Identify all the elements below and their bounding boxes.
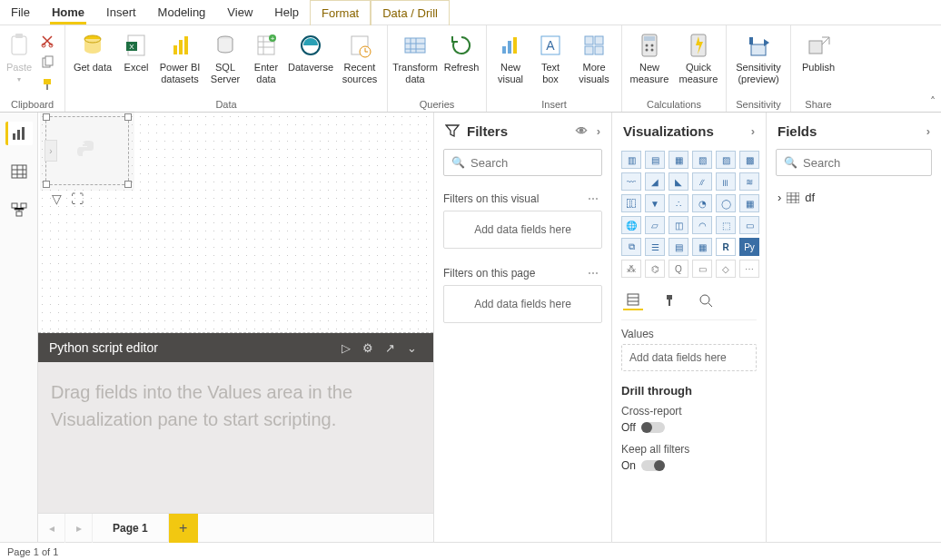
paste-button[interactable]: Paste ▾ [4, 27, 35, 88]
filters-search-input[interactable] [470, 156, 611, 170]
tab-file[interactable]: File [0, 0, 41, 25]
viz-filled-map[interactable]: ▱ [645, 216, 665, 234]
table-df[interactable]: › df [776, 187, 932, 208]
publish-button[interactable]: Publish [795, 27, 842, 77]
viz-arcgis[interactable]: ◇ [716, 260, 736, 278]
expand-handle[interactable]: › [45, 140, 57, 162]
viz-stacked-bar[interactable]: ▥ [621, 151, 641, 169]
tab-data-drill[interactable]: Data / Drill [371, 0, 450, 25]
tab-insert[interactable]: Insert [95, 0, 147, 25]
viz-clustered-col[interactable]: ▧ [692, 151, 712, 169]
keep-filters-toggle[interactable]: On [621, 459, 757, 472]
viz-ribbon[interactable]: ≋ [739, 172, 759, 191]
script-options-button[interactable]: ⚙ [357, 341, 379, 355]
tab-format[interactable]: Format [310, 0, 371, 25]
report-view-button[interactable] [5, 122, 33, 145]
model-view-button[interactable] [5, 198, 33, 221]
excel-button[interactable]: XExcel [118, 27, 154, 77]
fields-tab[interactable] [623, 290, 643, 310]
focus-icon[interactable]: ⛶ [71, 192, 84, 206]
popout-script-button[interactable]: ↗ [379, 341, 401, 355]
data-view-button[interactable] [5, 160, 33, 183]
filter-icon[interactable]: ▽ [52, 192, 62, 206]
prev-page-button[interactable]: ◂ [38, 514, 65, 543]
dataverse-button[interactable]: Dataverse [287, 27, 334, 77]
viz-map[interactable]: 🌐 [621, 216, 641, 234]
viz-line[interactable]: 〰 [621, 172, 641, 191]
viz-line-col2[interactable]: ⫼ [716, 172, 736, 191]
viz-stacked-col[interactable]: ▤ [645, 151, 665, 169]
text-box-button[interactable]: AText box [532, 27, 569, 89]
format-tab[interactable] [659, 290, 679, 310]
viz-pie[interactable]: ◔ [692, 194, 712, 212]
sensitivity-button[interactable]: Sensitivity (preview) [730, 27, 787, 89]
fields-search[interactable]: 🔍 [776, 149, 932, 176]
visual-filters-menu[interactable]: ⋯ [584, 192, 602, 205]
viz-paginated[interactable]: ▭ [692, 260, 712, 278]
refresh-button[interactable]: Refresh [441, 27, 482, 77]
report-canvas[interactable]: › ▽ ⛶ [38, 113, 433, 333]
page-filters-drop[interactable]: Add data fields here [443, 285, 602, 323]
fields-search-input[interactable] [803, 156, 941, 170]
viz-multi-card[interactable]: ▭ [739, 216, 759, 234]
cut-button[interactable] [36, 31, 58, 51]
viz-area[interactable]: ◢ [645, 172, 665, 191]
page-filters-menu[interactable]: ⋯ [584, 267, 602, 280]
collapse-fields-button[interactable]: › [926, 124, 930, 138]
collapse-viz-button[interactable]: › [751, 124, 755, 138]
next-page-button[interactable]: ▸ [65, 514, 93, 543]
cross-report-toggle[interactable]: Off [621, 421, 757, 434]
values-drop[interactable]: Add data fields here [621, 344, 757, 371]
enter-data-button[interactable]: +Enter data [247, 27, 285, 89]
viz-treemap[interactable]: ▦ [739, 194, 759, 212]
show-filters-icon[interactable]: 👁 [576, 124, 588, 138]
viz-shape-map[interactable]: ◫ [669, 216, 688, 234]
viz-key-influencers[interactable]: ⁂ [621, 260, 641, 278]
viz-waterfall[interactable]: ⿲ [621, 194, 641, 212]
viz-funnel[interactable]: ▼ [645, 194, 665, 212]
recent-sources-button[interactable]: Recent sources [336, 27, 383, 89]
get-data-button[interactable]: Get data [69, 27, 116, 77]
collapse-filters-button[interactable]: › [597, 124, 600, 138]
viz-decomp-tree[interactable]: ⌬ [645, 260, 665, 278]
page-tab-1[interactable]: Page 1 [93, 514, 169, 543]
tab-modeling[interactable]: Modeling [147, 0, 217, 25]
transform-data-button[interactable]: Transform data [391, 27, 439, 89]
tab-home[interactable]: Home [41, 0, 95, 25]
filters-search[interactable]: 🔍 [443, 149, 602, 176]
new-measure-button[interactable]: New measure [626, 27, 673, 89]
viz-line-col[interactable]: ⫽ [692, 172, 712, 191]
quick-measure-button[interactable]: Quick measure [675, 27, 722, 89]
viz-donut[interactable]: ◯ [716, 194, 736, 212]
more-visuals-button[interactable]: More visuals [570, 27, 618, 89]
sql-server-button[interactable]: SQL Server [205, 27, 245, 89]
viz-python-script[interactable]: Py [739, 238, 759, 256]
tab-help[interactable]: Help [263, 0, 310, 25]
add-page-button[interactable]: + [169, 514, 198, 543]
viz-more[interactable]: ⋯ [739, 260, 759, 278]
new-visual-button[interactable]: New visual [490, 27, 530, 89]
viz-stacked-area[interactable]: ◣ [669, 172, 688, 191]
viz-qna[interactable]: Q [669, 260, 688, 278]
viz-slicer[interactable]: ☰ [645, 238, 665, 256]
viz-kpi[interactable]: ⧉ [621, 238, 641, 256]
viz-clustered-bar[interactable]: ▦ [669, 151, 688, 169]
python-visual-placeholder[interactable]: › ▽ ⛶ [45, 116, 129, 185]
viz-matrix[interactable]: ▦ [692, 238, 712, 256]
run-script-button[interactable]: ▷ [335, 341, 357, 355]
format-painter-button[interactable] [36, 74, 58, 94]
pbi-datasets-button[interactable]: Power BI datasets [156, 27, 203, 89]
viz-scatter[interactable]: ∴ [669, 194, 688, 212]
tab-view[interactable]: View [216, 0, 263, 25]
viz-100-col[interactable]: ▩ [739, 151, 759, 169]
analytics-tab[interactable] [696, 290, 716, 310]
viz-card[interactable]: ⬚ [716, 216, 736, 234]
collapse-ribbon-button[interactable]: ˄ [930, 95, 936, 108]
collapse-script-button[interactable]: ⌄ [401, 341, 422, 355]
viz-table[interactable]: ▤ [669, 238, 688, 256]
viz-100-bar[interactable]: ▨ [716, 151, 736, 169]
visual-filters-drop[interactable]: Add data fields here [443, 211, 602, 249]
copy-button[interactable] [36, 53, 58, 73]
viz-r-script[interactable]: R [716, 238, 736, 256]
viz-gauge[interactable]: ◠ [692, 216, 712, 234]
